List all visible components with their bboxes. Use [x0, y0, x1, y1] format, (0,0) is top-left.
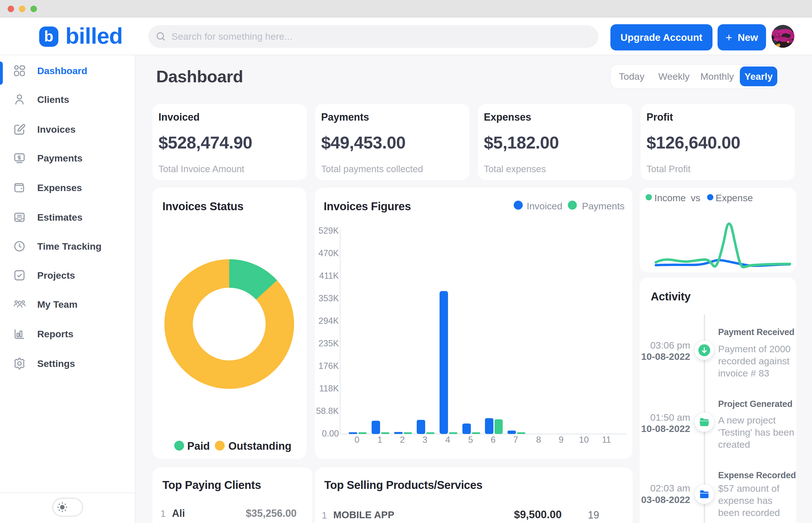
svg-text:294K: 294K	[319, 316, 339, 326]
svg-text:2: 2	[400, 435, 405, 445]
svg-text:5: 5	[468, 435, 473, 445]
svg-text:8: 8	[536, 435, 541, 445]
svg-text:176K: 176K	[319, 361, 339, 371]
svg-text:58.8K: 58.8K	[316, 406, 339, 416]
svg-text:411K: 411K	[319, 271, 339, 281]
svg-text:470K: 470K	[319, 248, 339, 258]
svg-text:118K: 118K	[319, 383, 339, 393]
svg-text:1: 1	[377, 435, 382, 445]
svg-text:11: 11	[602, 435, 611, 445]
svg-text:4: 4	[445, 435, 450, 445]
svg-text:3: 3	[422, 435, 427, 445]
svg-text:0: 0	[354, 435, 359, 445]
svg-text:7: 7	[513, 435, 518, 445]
svg-text:0.00: 0.00	[322, 429, 339, 438]
svg-text:9: 9	[559, 435, 563, 445]
svg-text:353K: 353K	[319, 293, 339, 303]
svg-text:235K: 235K	[319, 339, 339, 348]
svg-text:6: 6	[491, 435, 495, 445]
svg-text:10: 10	[579, 435, 589, 445]
svg-text:529K: 529K	[319, 226, 339, 236]
